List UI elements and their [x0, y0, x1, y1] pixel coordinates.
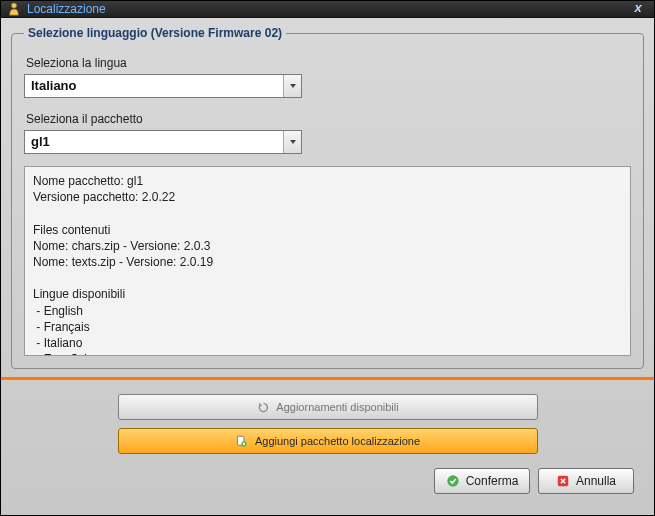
- updates-available-button[interactable]: Aggiornamenti disponibili: [118, 394, 538, 420]
- group-legend: Selezione linguaggio (Versione Firmware …: [24, 26, 286, 40]
- details-line: - Italiano: [33, 335, 622, 351]
- svg-point-0: [11, 3, 16, 8]
- chevron-down-icon: [290, 84, 296, 88]
- details-line: [33, 270, 622, 286]
- window-title: Localizzazione: [27, 2, 628, 16]
- svg-point-3: [447, 475, 458, 486]
- details-line: Nome pacchetto: gl1: [33, 173, 622, 189]
- refresh-icon: [256, 400, 270, 414]
- language-select[interactable]: Italiano: [24, 74, 302, 98]
- localization-window: Localizzazione x Selezione linguaggio (V…: [0, 0, 655, 516]
- package-select-button[interactable]: [283, 131, 301, 153]
- details-line: [33, 205, 622, 221]
- details-line: - Español: [33, 351, 622, 356]
- details-line: - Français: [33, 319, 622, 335]
- package-details: Nome pacchetto: gl1Versione pacchetto: 2…: [24, 166, 631, 356]
- language-label: Seleziona la lingua: [26, 56, 631, 70]
- add-package-button[interactable]: Aggiungi pacchetto localizzazione: [118, 428, 538, 454]
- app-icon: [7, 2, 21, 16]
- details-line: Lingue disponibili: [33, 286, 622, 302]
- cancel-button[interactable]: Annulla: [538, 468, 634, 494]
- details-line: - English: [33, 303, 622, 319]
- language-select-button[interactable]: [283, 75, 301, 97]
- cancel-label: Annulla: [576, 474, 616, 488]
- confirm-button[interactable]: Conferma: [434, 468, 530, 494]
- details-line: Files contenuti: [33, 222, 622, 238]
- updates-label: Aggiornamenti disponibili: [276, 401, 398, 413]
- document-add-icon: [235, 434, 249, 448]
- chevron-down-icon: [290, 140, 296, 144]
- check-icon: [446, 474, 460, 488]
- details-line: Versione pacchetto: 2.0.22: [33, 189, 622, 205]
- divider: [1, 377, 654, 380]
- cancel-icon: [556, 474, 570, 488]
- package-select[interactable]: gl1: [24, 130, 302, 154]
- add-package-label: Aggiungi pacchetto localizzazione: [255, 435, 420, 447]
- language-selection-group: Selezione linguaggio (Versione Firmware …: [11, 26, 644, 369]
- package-select-value: gl1: [25, 131, 283, 153]
- details-line: Nome: texts.zip - Versione: 2.0.19: [33, 254, 622, 270]
- package-label: Seleziona il pacchetto: [26, 112, 631, 126]
- content-area: Selezione linguaggio (Versione Firmware …: [1, 18, 654, 516]
- confirm-label: Conferma: [466, 474, 519, 488]
- titlebar: Localizzazione x: [1, 1, 654, 18]
- close-icon[interactable]: x: [628, 1, 648, 17]
- details-line: Nome: chars.zip - Versione: 2.0.3: [33, 238, 622, 254]
- language-select-value: Italiano: [25, 75, 283, 97]
- footer-buttons: Conferma Annulla: [11, 458, 644, 506]
